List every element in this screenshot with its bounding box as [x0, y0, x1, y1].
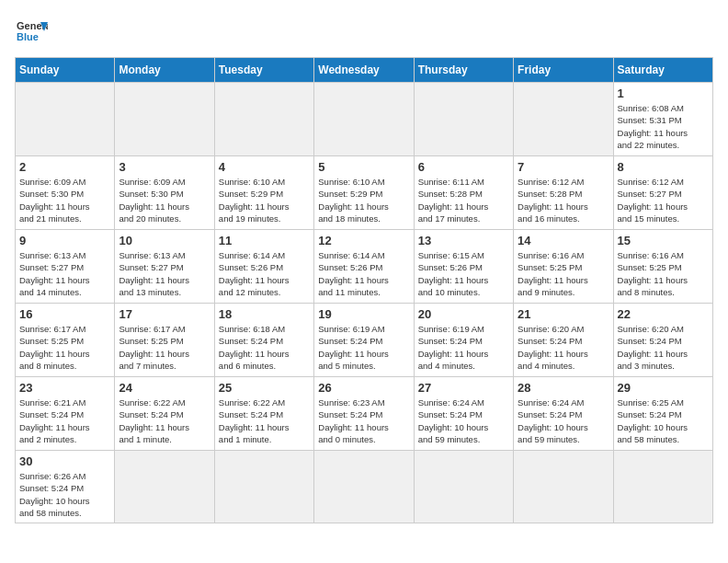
calendar-cell: 29Sunrise: 6:25 AM Sunset: 5:24 PM Dayli… [613, 377, 712, 451]
calendar-week-row: 30Sunrise: 6:26 AM Sunset: 5:24 PM Dayli… [16, 451, 713, 523]
calendar-cell: 28Sunrise: 6:24 AM Sunset: 5:24 PM Dayli… [514, 377, 613, 451]
calendar-cell: 1Sunrise: 6:08 AM Sunset: 5:31 PM Daylig… [613, 83, 712, 156]
calendar-cell: 15Sunrise: 6:16 AM Sunset: 5:25 PM Dayli… [613, 230, 712, 304]
calendar-cell [214, 83, 313, 156]
day-info: Sunrise: 6:12 AM Sunset: 5:28 PM Dayligh… [518, 176, 609, 224]
day-info: Sunrise: 6:17 AM Sunset: 5:25 PM Dayligh… [19, 323, 110, 372]
calendar-cell: 9Sunrise: 6:13 AM Sunset: 5:27 PM Daylig… [16, 230, 115, 304]
calendar-cell: 7Sunrise: 6:12 AM Sunset: 5:28 PM Daylig… [514, 156, 613, 230]
calendar-cell: 21Sunrise: 6:20 AM Sunset: 5:24 PM Dayli… [514, 304, 613, 377]
day-number: 1 [618, 86, 709, 100]
day-number: 11 [219, 234, 310, 247]
day-info: Sunrise: 6:11 AM Sunset: 5:28 PM Dayligh… [418, 176, 509, 224]
calendar-cell: 10Sunrise: 6:13 AM Sunset: 5:27 PM Dayli… [115, 230, 214, 304]
calendar-cell: 14Sunrise: 6:16 AM Sunset: 5:25 PM Dayli… [514, 230, 613, 304]
day-number: 20 [418, 307, 509, 321]
day-info: Sunrise: 6:16 AM Sunset: 5:25 PM Dayligh… [518, 249, 609, 298]
day-number: 30 [19, 454, 110, 468]
day-info: Sunrise: 6:13 AM Sunset: 5:27 PM Dayligh… [119, 249, 210, 298]
day-info: Sunrise: 6:23 AM Sunset: 5:24 PM Dayligh… [318, 396, 409, 445]
calendar-cell [115, 451, 214, 523]
calendar-header: SundayMondayTuesdayWednesdayThursdayFrid… [16, 58, 713, 83]
calendar-cell [16, 83, 115, 156]
day-info: Sunrise: 6:22 AM Sunset: 5:24 PM Dayligh… [119, 396, 210, 445]
calendar-cell: 13Sunrise: 6:15 AM Sunset: 5:26 PM Dayli… [414, 230, 513, 304]
weekday-header: Wednesday [314, 58, 414, 83]
logo-icon: General Blue [15, 15, 48, 48]
day-info: Sunrise: 6:20 AM Sunset: 5:24 PM Dayligh… [518, 323, 609, 372]
day-number: 2 [19, 160, 110, 174]
weekday-row: SundayMondayTuesdayWednesdayThursdayFrid… [16, 58, 713, 83]
calendar-cell: 8Sunrise: 6:12 AM Sunset: 5:27 PM Daylig… [613, 156, 712, 230]
calendar-cell: 16Sunrise: 6:17 AM Sunset: 5:25 PM Dayli… [16, 304, 115, 377]
weekday-header: Friday [514, 58, 613, 83]
day-info: Sunrise: 6:15 AM Sunset: 5:26 PM Dayligh… [418, 249, 509, 298]
day-info: Sunrise: 6:20 AM Sunset: 5:24 PM Dayligh… [618, 323, 709, 372]
calendar-table: SundayMondayTuesdayWednesdayThursdayFrid… [15, 57, 713, 523]
calendar-cell: 27Sunrise: 6:24 AM Sunset: 5:24 PM Dayli… [414, 377, 513, 451]
logo: General Blue [15, 15, 48, 48]
day-info: Sunrise: 6:14 AM Sunset: 5:26 PM Dayligh… [318, 249, 409, 298]
day-number: 3 [119, 160, 210, 174]
calendar-cell: 4Sunrise: 6:10 AM Sunset: 5:29 PM Daylig… [214, 156, 313, 230]
calendar-cell: 3Sunrise: 6:09 AM Sunset: 5:30 PM Daylig… [115, 156, 214, 230]
calendar-week-row: 2Sunrise: 6:09 AM Sunset: 5:30 PM Daylig… [16, 156, 713, 230]
day-info: Sunrise: 6:16 AM Sunset: 5:25 PM Dayligh… [618, 249, 709, 298]
day-info: Sunrise: 6:25 AM Sunset: 5:24 PM Dayligh… [618, 396, 709, 445]
day-number: 16 [19, 307, 110, 321]
day-info: Sunrise: 6:24 AM Sunset: 5:24 PM Dayligh… [518, 396, 609, 445]
day-number: 17 [119, 307, 210, 321]
day-info: Sunrise: 6:18 AM Sunset: 5:24 PM Dayligh… [219, 323, 310, 372]
day-info: Sunrise: 6:12 AM Sunset: 5:27 PM Dayligh… [618, 176, 709, 224]
calendar-cell: 22Sunrise: 6:20 AM Sunset: 5:24 PM Dayli… [613, 304, 712, 377]
calendar-cell [514, 451, 613, 523]
day-number: 19 [318, 307, 409, 321]
day-info: Sunrise: 6:21 AM Sunset: 5:24 PM Dayligh… [19, 396, 110, 445]
day-number: 26 [318, 381, 409, 395]
day-number: 13 [418, 234, 509, 247]
day-number: 21 [518, 307, 609, 321]
calendar-cell [314, 83, 414, 156]
calendar-cell: 23Sunrise: 6:21 AM Sunset: 5:24 PM Dayli… [16, 377, 115, 451]
day-number: 14 [518, 234, 609, 247]
calendar-body: 1Sunrise: 6:08 AM Sunset: 5:31 PM Daylig… [16, 83, 713, 523]
day-info: Sunrise: 6:22 AM Sunset: 5:24 PM Dayligh… [219, 396, 310, 445]
weekday-header: Thursday [414, 58, 513, 83]
day-number: 10 [119, 234, 210, 247]
calendar-cell [414, 83, 513, 156]
calendar-week-row: 16Sunrise: 6:17 AM Sunset: 5:25 PM Dayli… [16, 304, 713, 377]
day-info: Sunrise: 6:24 AM Sunset: 5:24 PM Dayligh… [418, 396, 509, 445]
day-info: Sunrise: 6:08 AM Sunset: 5:31 PM Dayligh… [618, 102, 709, 151]
calendar-cell: 2Sunrise: 6:09 AM Sunset: 5:30 PM Daylig… [16, 156, 115, 230]
calendar-week-row: 9Sunrise: 6:13 AM Sunset: 5:27 PM Daylig… [16, 230, 713, 304]
calendar-week-row: 1Sunrise: 6:08 AM Sunset: 5:31 PM Daylig… [16, 83, 713, 156]
calendar-week-row: 23Sunrise: 6:21 AM Sunset: 5:24 PM Dayli… [16, 377, 713, 451]
calendar-cell [613, 451, 712, 523]
day-number: 22 [618, 307, 709, 321]
day-info: Sunrise: 6:09 AM Sunset: 5:30 PM Dayligh… [19, 176, 110, 224]
day-number: 4 [219, 160, 310, 174]
calendar-cell [214, 451, 313, 523]
day-number: 24 [119, 381, 210, 395]
day-number: 5 [318, 160, 409, 174]
day-number: 28 [518, 381, 609, 395]
calendar-cell: 17Sunrise: 6:17 AM Sunset: 5:25 PM Dayli… [115, 304, 214, 377]
day-number: 6 [418, 160, 509, 174]
calendar-cell: 6Sunrise: 6:11 AM Sunset: 5:28 PM Daylig… [414, 156, 513, 230]
day-number: 23 [19, 381, 110, 395]
day-number: 18 [219, 307, 310, 321]
page-header: General Blue [15, 15, 713, 48]
calendar-cell [414, 451, 513, 523]
day-number: 9 [19, 234, 110, 247]
day-info: Sunrise: 6:26 AM Sunset: 5:24 PM Dayligh… [19, 470, 110, 519]
day-number: 27 [418, 381, 509, 395]
calendar-cell: 26Sunrise: 6:23 AM Sunset: 5:24 PM Dayli… [314, 377, 414, 451]
calendar-cell: 11Sunrise: 6:14 AM Sunset: 5:26 PM Dayli… [214, 230, 313, 304]
day-number: 7 [518, 160, 609, 174]
calendar-cell: 25Sunrise: 6:22 AM Sunset: 5:24 PM Dayli… [214, 377, 313, 451]
weekday-header: Sunday [16, 58, 115, 83]
weekday-header: Saturday [613, 58, 712, 83]
calendar-cell: 5Sunrise: 6:10 AM Sunset: 5:29 PM Daylig… [314, 156, 414, 230]
svg-text:Blue: Blue [17, 31, 39, 42]
calendar-cell: 12Sunrise: 6:14 AM Sunset: 5:26 PM Dayli… [314, 230, 414, 304]
